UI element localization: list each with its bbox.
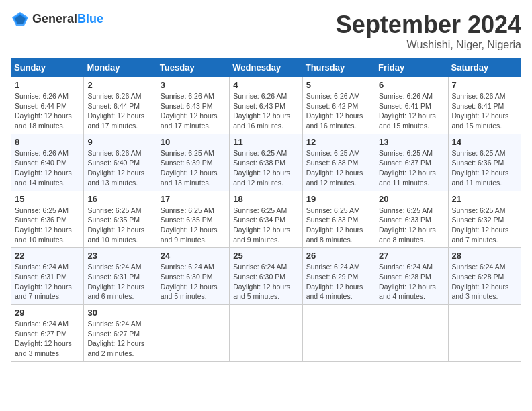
- calendar-cell: 21Sunrise: 6:25 AM Sunset: 6:32 PM Dayli…: [448, 191, 521, 248]
- calendar-cell: 1Sunrise: 6:26 AM Sunset: 6:44 PM Daylig…: [11, 77, 84, 134]
- calendar-cell: 4Sunrise: 6:26 AM Sunset: 6:43 PM Daylig…: [230, 77, 302, 134]
- day-number: 8: [15, 137, 80, 147]
- logo-blue: Blue: [77, 12, 103, 26]
- day-number: 13: [379, 137, 444, 147]
- day-number: 21: [452, 194, 517, 204]
- day-number: 5: [306, 80, 371, 90]
- day-info: Sunrise: 6:24 AM Sunset: 6:30 PM Dayligh…: [161, 262, 226, 302]
- header-wednesday: Wednesday: [230, 58, 302, 77]
- header-sunday: Sunday: [11, 58, 84, 77]
- day-info: Sunrise: 6:26 AM Sunset: 6:41 PM Dayligh…: [452, 91, 517, 131]
- day-number: 18: [233, 194, 298, 204]
- calendar-cell: [375, 305, 448, 362]
- logo-text: GeneralBlue: [32, 12, 103, 26]
- day-number: 24: [161, 250, 226, 261]
- header-friday: Friday: [375, 58, 448, 77]
- header-monday: Monday: [84, 58, 157, 77]
- day-number: 23: [87, 250, 152, 261]
- day-number: 20: [379, 194, 444, 204]
- calendar-cell: 7Sunrise: 6:26 AM Sunset: 6:41 PM Daylig…: [448, 77, 521, 134]
- calendar-cell: 29Sunrise: 6:24 AM Sunset: 6:27 PM Dayli…: [11, 305, 84, 362]
- day-info: Sunrise: 6:24 AM Sunset: 6:27 PM Dayligh…: [87, 319, 152, 359]
- day-number: 2: [87, 80, 152, 90]
- day-info: Sunrise: 6:24 AM Sunset: 6:29 PM Dayligh…: [306, 262, 371, 302]
- title-block: September 2024 Wushishi, Niger, Nigeria: [336, 11, 521, 51]
- day-info: Sunrise: 6:25 AM Sunset: 6:34 PM Dayligh…: [233, 205, 298, 245]
- day-info: Sunrise: 6:24 AM Sunset: 6:28 PM Dayligh…: [452, 262, 517, 302]
- day-number: 7: [452, 80, 517, 90]
- day-number: 19: [306, 194, 371, 204]
- calendar-week-row: 8Sunrise: 6:26 AM Sunset: 6:40 PM Daylig…: [11, 134, 521, 191]
- day-number: 6: [379, 80, 444, 90]
- calendar-cell: [302, 305, 375, 362]
- day-number: 3: [161, 80, 226, 90]
- logo-general: General: [32, 12, 77, 26]
- calendar-cell: 12Sunrise: 6:25 AM Sunset: 6:38 PM Dayli…: [302, 134, 375, 191]
- day-info: Sunrise: 6:26 AM Sunset: 6:44 PM Dayligh…: [15, 91, 80, 131]
- calendar-cell: 2Sunrise: 6:26 AM Sunset: 6:44 PM Daylig…: [84, 77, 157, 134]
- day-number: 16: [87, 194, 152, 204]
- calendar-cell: 3Sunrise: 6:26 AM Sunset: 6:43 PM Daylig…: [157, 77, 229, 134]
- header: GeneralBlue September 2024 Wushishi, Nig…: [11, 11, 521, 51]
- calendar-cell: 16Sunrise: 6:25 AM Sunset: 6:35 PM Dayli…: [84, 191, 157, 248]
- day-number: 17: [161, 194, 226, 204]
- day-info: Sunrise: 6:25 AM Sunset: 6:37 PM Dayligh…: [379, 148, 444, 188]
- calendar-cell: 10Sunrise: 6:25 AM Sunset: 6:39 PM Dayli…: [157, 134, 229, 191]
- day-number: 26: [306, 250, 371, 261]
- day-info: Sunrise: 6:26 AM Sunset: 6:44 PM Dayligh…: [87, 91, 152, 131]
- calendar-cell: 5Sunrise: 6:26 AM Sunset: 6:42 PM Daylig…: [302, 77, 375, 134]
- header-tuesday: Tuesday: [157, 58, 229, 77]
- calendar-week-row: 1Sunrise: 6:26 AM Sunset: 6:44 PM Daylig…: [11, 77, 521, 134]
- day-number: 1: [15, 80, 80, 90]
- header-saturday: Saturday: [448, 58, 521, 77]
- calendar-cell: 11Sunrise: 6:25 AM Sunset: 6:38 PM Dayli…: [230, 134, 302, 191]
- calendar-cell: 24Sunrise: 6:24 AM Sunset: 6:30 PM Dayli…: [157, 248, 229, 305]
- calendar-cell: 30Sunrise: 6:24 AM Sunset: 6:27 PM Dayli…: [84, 305, 157, 362]
- day-number: 9: [87, 137, 152, 147]
- calendar-cell: [448, 305, 521, 362]
- day-info: Sunrise: 6:24 AM Sunset: 6:30 PM Dayligh…: [233, 262, 298, 302]
- calendar-cell: 15Sunrise: 6:25 AM Sunset: 6:36 PM Dayli…: [11, 191, 84, 248]
- calendar-cell: 8Sunrise: 6:26 AM Sunset: 6:40 PM Daylig…: [11, 134, 84, 191]
- day-number: 12: [306, 137, 371, 147]
- day-number: 30: [87, 308, 152, 318]
- day-info: Sunrise: 6:25 AM Sunset: 6:38 PM Dayligh…: [306, 148, 371, 188]
- day-info: Sunrise: 6:25 AM Sunset: 6:36 PM Dayligh…: [15, 205, 80, 245]
- logo-icon: [11, 11, 30, 27]
- day-info: Sunrise: 6:26 AM Sunset: 6:41 PM Dayligh…: [379, 91, 444, 131]
- calendar-cell: 25Sunrise: 6:24 AM Sunset: 6:30 PM Dayli…: [230, 248, 302, 305]
- calendar-cell: [230, 305, 302, 362]
- calendar-cell: 14Sunrise: 6:25 AM Sunset: 6:36 PM Dayli…: [448, 134, 521, 191]
- calendar-cell: 19Sunrise: 6:25 AM Sunset: 6:33 PM Dayli…: [302, 191, 375, 248]
- day-info: Sunrise: 6:26 AM Sunset: 6:42 PM Dayligh…: [306, 91, 371, 131]
- calendar-header-row: SundayMondayTuesdayWednesdayThursdayFrid…: [11, 58, 521, 77]
- day-info: Sunrise: 6:24 AM Sunset: 6:27 PM Dayligh…: [15, 319, 80, 359]
- month-title: September 2024: [336, 11, 521, 39]
- day-info: Sunrise: 6:25 AM Sunset: 6:38 PM Dayligh…: [233, 148, 298, 188]
- calendar-cell: 18Sunrise: 6:25 AM Sunset: 6:34 PM Dayli…: [230, 191, 302, 248]
- header-thursday: Thursday: [302, 58, 375, 77]
- day-number: 25: [233, 250, 298, 261]
- day-info: Sunrise: 6:26 AM Sunset: 6:43 PM Dayligh…: [233, 91, 298, 131]
- day-info: Sunrise: 6:24 AM Sunset: 6:28 PM Dayligh…: [379, 262, 444, 302]
- calendar-cell: 20Sunrise: 6:25 AM Sunset: 6:33 PM Dayli…: [375, 191, 448, 248]
- calendar-cell: 6Sunrise: 6:26 AM Sunset: 6:41 PM Daylig…: [375, 77, 448, 134]
- day-number: 28: [452, 250, 517, 261]
- calendar-cell: 28Sunrise: 6:24 AM Sunset: 6:28 PM Dayli…: [448, 248, 521, 305]
- calendar-week-row: 22Sunrise: 6:24 AM Sunset: 6:31 PM Dayli…: [11, 248, 521, 305]
- day-info: Sunrise: 6:26 AM Sunset: 6:40 PM Dayligh…: [15, 148, 80, 188]
- day-number: 29: [15, 308, 80, 318]
- calendar-cell: 23Sunrise: 6:24 AM Sunset: 6:31 PM Dayli…: [84, 248, 157, 305]
- calendar-cell: 22Sunrise: 6:24 AM Sunset: 6:31 PM Dayli…: [11, 248, 84, 305]
- day-number: 27: [379, 250, 444, 261]
- calendar-table: SundayMondayTuesdayWednesdayThursdayFrid…: [11, 58, 521, 362]
- day-info: Sunrise: 6:26 AM Sunset: 6:40 PM Dayligh…: [87, 148, 152, 188]
- day-info: Sunrise: 6:25 AM Sunset: 6:36 PM Dayligh…: [452, 148, 517, 188]
- day-info: Sunrise: 6:25 AM Sunset: 6:35 PM Dayligh…: [161, 205, 226, 245]
- calendar-cell: [157, 305, 229, 362]
- calendar-cell: 13Sunrise: 6:25 AM Sunset: 6:37 PM Dayli…: [375, 134, 448, 191]
- day-number: 4: [233, 80, 298, 90]
- day-info: Sunrise: 6:25 AM Sunset: 6:33 PM Dayligh…: [379, 205, 444, 245]
- calendar-cell: 9Sunrise: 6:26 AM Sunset: 6:40 PM Daylig…: [84, 134, 157, 191]
- calendar-cell: 17Sunrise: 6:25 AM Sunset: 6:35 PM Dayli…: [157, 191, 229, 248]
